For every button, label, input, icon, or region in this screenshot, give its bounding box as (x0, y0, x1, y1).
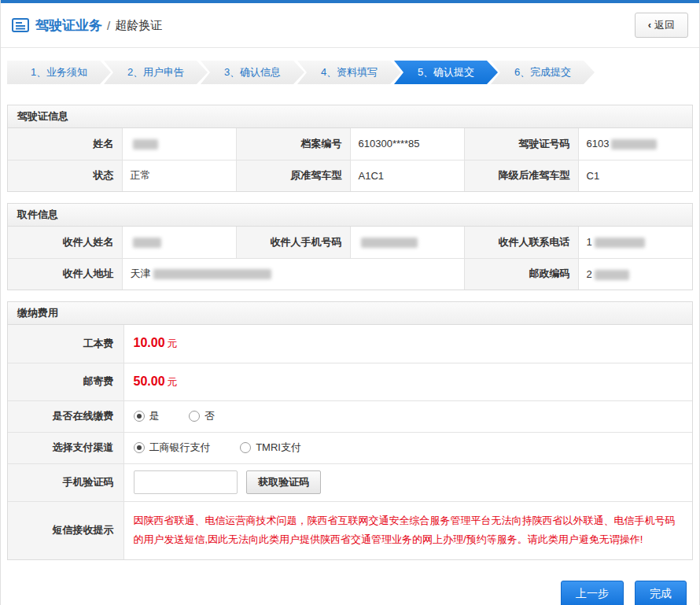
page-title: 驾驶证业务 (35, 17, 102, 35)
online-pay-options: 是 否 (123, 400, 692, 432)
cost-fee-unit: 元 (168, 338, 178, 349)
finish-button[interactable]: 完成 (635, 581, 687, 605)
recipient-mobile-label: 收件人手机号码 (236, 227, 350, 258)
pay-channel-label: 选择支付渠道 (8, 432, 123, 463)
original-class-value: A1C1 (350, 160, 464, 191)
pay-channel-icbc-label: 工商银行支付 (149, 441, 211, 455)
recipient-name-label: 收件人姓名 (8, 227, 122, 258)
license-info-table: 姓名 档案编号 610300****85 驾驶证号码 6103 状态 正常 原准… (8, 128, 692, 191)
pay-channel-tmri-option[interactable]: TMRI支付 (240, 441, 301, 455)
step-1-notice[interactable]: 1、业务须知 (7, 61, 111, 84)
recipient-name-value (122, 227, 236, 258)
name-value (122, 128, 236, 160)
redacted-text (595, 270, 629, 280)
section-fees: 缴纳费用 工本费 10.00元 邮寄费 50.00元 是否在线缴费 (7, 301, 693, 560)
pay-channel-options: 工商银行支付 TMRI支付 (123, 432, 692, 463)
table-row: 短信接收提示 因陕西省联通、电信运营商技术问题，陕西省互联网交通安全综合服务管理… (8, 501, 692, 559)
step-navigation: 1、业务须知 2、用户申告 3、确认信息 4、资料填写 5、确认提交 6、完成提… (1, 48, 699, 94)
cost-fee-value: 10.00元 (123, 325, 692, 363)
recipient-tel-value: 1 (578, 227, 692, 258)
online-pay-label: 是否在线缴费 (8, 400, 123, 432)
online-pay-yes-label: 是 (149, 409, 160, 423)
cost-fee-amount: 10.00 (134, 336, 165, 349)
sms-notice-label: 短信接收提示 (8, 501, 123, 559)
status-value: 正常 (122, 160, 236, 191)
cost-fee-label: 工本费 (8, 325, 123, 363)
table-row: 姓名 档案编号 610300****85 驾驶证号码 6103 (8, 128, 692, 160)
page-header: 驾驶证业务 / 超龄换证 ‹返回 (1, 3, 699, 47)
radio-checked-icon[interactable] (134, 411, 145, 422)
zip-code-value: 2 (578, 258, 692, 290)
step-4-fill-material[interactable]: 4、资料填写 (297, 61, 401, 84)
license-form-icon (12, 18, 29, 32)
status-label: 状态 (8, 160, 122, 191)
sms-notice-cell: 因陕西省联通、电信运营商技术问题，陕西省互联网交通安全综合服务管理平台无法向持陕… (123, 501, 692, 559)
pickup-section-title: 取件信息 (8, 204, 692, 227)
page: 驾驶证业务 / 超龄换证 ‹返回 1、业务须知 2、用户申告 3、确认信息 4、… (0, 0, 700, 605)
table-row: 状态 正常 原准驾车型 A1C1 降级后准驾车型 C1 (8, 160, 692, 191)
zip-code-visible: 2 (587, 268, 592, 280)
table-row: 邮寄费 50.00元 (8, 363, 692, 400)
name-label: 姓名 (8, 128, 122, 160)
zip-code-label: 邮政编码 (464, 258, 578, 290)
pickup-info-table: 收件人姓名 收件人手机号码 收件人联系电话 1 收件人地址 天津 邮政编码 2 (8, 227, 692, 290)
captcha-field-cell: 获取验证码 (123, 463, 692, 501)
online-pay-no-label: 否 (204, 409, 215, 423)
redacted-text (153, 269, 271, 279)
recipient-tel-visible: 1 (587, 236, 592, 248)
back-button-label: 返回 (654, 19, 675, 31)
recipient-address-label: 收件人地址 (8, 258, 122, 290)
get-captcha-button[interactable]: 获取验证码 (246, 470, 321, 494)
radio-checked-icon[interactable] (134, 442, 145, 453)
table-row: 收件人姓名 收件人手机号码 收件人联系电话 1 (8, 227, 692, 258)
recipient-address-visible: 天津 (131, 267, 151, 279)
table-row: 手机验证码 获取验证码 (8, 463, 692, 501)
radio-unchecked-icon[interactable] (240, 442, 251, 453)
pay-channel-icbc-option[interactable]: 工商银行支付 (134, 441, 211, 455)
recipient-mobile-value (350, 227, 464, 258)
redacted-text (133, 238, 161, 248)
back-button[interactable]: ‹返回 (635, 13, 688, 38)
license-number-visible: 6103 (587, 138, 610, 149)
postage-fee-label: 邮寄费 (8, 363, 123, 400)
section-pickup-info: 取件信息 收件人姓名 收件人手机号码 收件人联系电话 1 收件人地址 天津 邮政… (7, 203, 693, 290)
fees-section-title: 缴纳费用 (8, 302, 692, 325)
postage-fee-amount: 50.00 (134, 374, 165, 388)
redacted-text (595, 238, 645, 248)
step-3-confirm-info[interactable]: 3、确认信息 (201, 61, 304, 84)
step-5-confirm-submit[interactable]: 5、确认提交 (394, 61, 498, 84)
downgrade-class-value: C1 (578, 160, 692, 191)
recipient-tel-label: 收件人联系电话 (464, 227, 578, 258)
pay-channel-tmri-label: TMRI支付 (256, 441, 301, 455)
original-class-label: 原准驾车型 (236, 160, 350, 191)
step-6-finish-submit[interactable]: 6、完成提交 (491, 61, 595, 84)
section-license-info: 驾驶证信息 姓名 档案编号 610300****85 驾驶证号码 6103 状态… (7, 105, 693, 192)
step-2-declaration[interactable]: 2、用户申告 (104, 61, 208, 84)
postage-fee-unit: 元 (168, 376, 178, 388)
redacted-text (361, 238, 418, 248)
license-section-title: 驾驶证信息 (8, 105, 692, 128)
online-pay-yes-option[interactable]: 是 (134, 409, 160, 423)
main-content: 驾驶证信息 姓名 档案编号 610300****85 驾驶证号码 6103 状态… (1, 94, 699, 560)
license-number-label: 驾驶证号码 (464, 128, 578, 160)
redacted-text (133, 139, 158, 149)
recipient-address-value: 天津 (122, 258, 464, 290)
previous-step-button[interactable]: 上一步 (561, 581, 624, 605)
captcha-input[interactable] (134, 470, 238, 494)
sms-notice-text: 因陕西省联通、电信运营商技术问题，陕西省互联网交通安全综合服务管理平台无法向持陕… (134, 511, 683, 550)
downgrade-class-label: 降级后准驾车型 (464, 160, 578, 191)
file-number-label: 档案编号 (236, 128, 350, 160)
postage-fee-value: 50.00元 (123, 363, 692, 400)
table-row: 选择支付渠道 工商银行支付 TMRI支付 (8, 432, 692, 463)
title-separator: / (107, 19, 110, 32)
bottom-actions: 上一步 完成 (1, 560, 699, 605)
redacted-text (611, 139, 657, 149)
chevron-left-icon: ‹ (648, 19, 651, 31)
license-number-value: 6103 (578, 128, 692, 160)
page-subtitle: 超龄换证 (115, 18, 162, 33)
file-number-value: 610300****85 (350, 128, 464, 160)
online-pay-no-option[interactable]: 否 (189, 409, 215, 423)
fees-table: 工本费 10.00元 邮寄费 50.00元 是否在线缴费 是 否 (8, 325, 692, 559)
radio-unchecked-icon[interactable] (189, 411, 200, 422)
captcha-label: 手机验证码 (8, 463, 123, 501)
